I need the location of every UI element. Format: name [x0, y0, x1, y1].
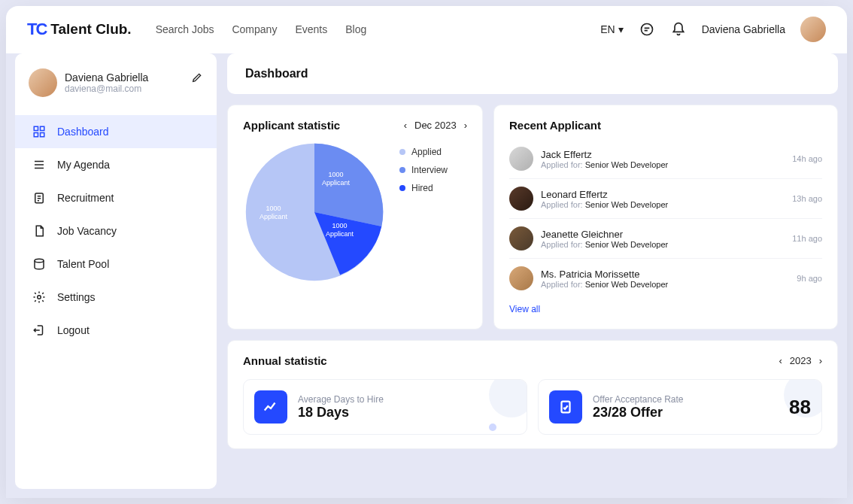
sidebar-item-recruitment[interactable]: Recruitment [15, 181, 217, 214]
sidebar-nav: Dashboard My Agenda Recruitment Job Vaca… [15, 115, 217, 347]
header-username: Daviena Gabriella [702, 23, 785, 35]
sidebar-item-settings[interactable]: Settings [15, 281, 217, 314]
year-navigator: ‹ 2023 › [779, 355, 822, 366]
sidebar-item-label: Dashboard [57, 126, 109, 138]
pie-hired-word: Applicant [326, 230, 354, 238]
chat-icon[interactable] [639, 21, 655, 38]
applicant-time: 9h ago [797, 274, 822, 283]
recent-item[interactable]: Ms. Patricia Morissette Applied for: Sen… [509, 259, 822, 298]
main-content: Dashboard Applicant statistic ‹ Dec 2023… [227, 53, 838, 489]
chevron-left-icon[interactable]: ‹ [404, 120, 407, 131]
applied-for-label: Applied for: [541, 200, 585, 209]
pie-interview-word: Applicant [322, 179, 350, 187]
svg-point-0 [641, 24, 652, 35]
pie-interview-count: 1000 [322, 171, 350, 179]
list-icon [32, 157, 47, 172]
language-selector[interactable]: EN ▾ [600, 23, 623, 35]
nav-search-jobs[interactable]: Search Jobs [156, 23, 214, 35]
bell-icon[interactable] [670, 21, 687, 38]
period-navigator: ‹ Dec 2023 › [404, 120, 467, 131]
database-icon [32, 257, 47, 272]
decoration-circle [489, 379, 527, 417]
year-label: 2023 [790, 355, 812, 366]
metric-offer-acceptance: Offer Acceptance Rate 23/28 Offer 88 [538, 379, 822, 435]
gear-icon [32, 290, 47, 305]
logout-icon [32, 323, 47, 338]
svg-rect-2 [41, 126, 44, 130]
sidebar-item-job-vacancy[interactable]: Job Vacancy [15, 214, 217, 247]
applicant-time: 13h ago [792, 194, 822, 203]
recent-item[interactable]: Jack Effertz Applied for: Senior Web Dev… [509, 139, 822, 179]
sidebar-item-talent-pool[interactable]: Talent Pool [15, 247, 217, 281]
nav-company[interactable]: Company [232, 23, 277, 35]
annual-statistic-card: Annual statistic ‹ 2023 › [227, 340, 838, 449]
pie-applied-count: 1000 [260, 205, 287, 213]
sidebar-item-label: Logout [57, 324, 90, 336]
legend-dot-interview [399, 167, 405, 173]
applied-for-label: Applied for: [541, 160, 585, 169]
sidebar-item-label: Recruitment [57, 192, 114, 204]
applicant-position: Senior Web Developer [585, 240, 668, 249]
metric-label: Offer Acceptance Rate [593, 394, 684, 405]
applied-for-label: Applied for: [541, 280, 585, 289]
sidebar-item-logout[interactable]: Logout [15, 314, 217, 347]
applicant-pie-chart: 1000 Applicant 1000 Applicant 1000 Appli… [243, 141, 386, 284]
chevron-left-icon[interactable]: ‹ [779, 355, 782, 366]
chevron-right-icon[interactable]: › [819, 355, 822, 366]
language-label: EN [600, 23, 615, 35]
recent-item[interactable]: Jeanette Gleichner Applied for: Senior W… [509, 219, 822, 259]
applicant-avatar [509, 187, 533, 211]
sidebar-item-dashboard[interactable]: Dashboard [15, 115, 217, 148]
profile-name: Daviena Gabriella [65, 71, 148, 83]
svg-rect-3 [34, 133, 38, 137]
metric-value: 23/28 Offer [593, 405, 684, 421]
chevron-down-icon: ▾ [618, 23, 624, 35]
header-avatar[interactable] [800, 17, 826, 42]
profile-email: daviena@mail.com [65, 83, 148, 94]
decoration-dot [489, 424, 496, 431]
sidebar-item-agenda[interactable]: My Agenda [15, 148, 217, 181]
topbar: TC Talent Club. Search Jobs Company Even… [6, 6, 847, 53]
applicant-name: Leonard Effertz [541, 189, 668, 200]
page-title: Dashboard [227, 53, 838, 94]
applicant-time: 14h ago [792, 154, 822, 163]
nav-events[interactable]: Events [295, 23, 327, 35]
applicant-position: Senior Web Developer [585, 280, 668, 289]
chevron-right-icon[interactable]: › [464, 120, 467, 131]
clipboard-check-icon [549, 390, 582, 424]
legend-hired: Hired [411, 183, 433, 193]
recent-item[interactable]: Leonard Effertz Applied for: Senior Web … [509, 179, 822, 219]
applicant-avatar [509, 147, 533, 171]
pie-applied-word: Applicant [260, 213, 287, 221]
pie-hired-count: 1000 [326, 222, 354, 230]
period-label: Dec 2023 [414, 120, 457, 131]
grid-icon [32, 124, 47, 139]
svg-point-6 [35, 259, 44, 263]
annual-title: Annual statistic [243, 354, 327, 367]
applicant-statistic-card: Applicant statistic ‹ Dec 2023 › [227, 105, 483, 329]
trend-icon [254, 390, 287, 424]
applicant-avatar [509, 226, 533, 250]
recent-title: Recent Applicant [509, 119, 822, 132]
svg-rect-1 [34, 126, 38, 130]
view-all-link[interactable]: View all [509, 304, 540, 314]
sidebar: Daviena Gabriella daviena@mail.com Dashb… [15, 53, 217, 489]
sidebar-item-label: Settings [57, 291, 96, 303]
legend-applied: Applied [411, 147, 442, 157]
svg-point-7 [38, 296, 41, 299]
profile-avatar [29, 68, 57, 97]
brand-logo[interactable]: TC Talent Club. [27, 20, 132, 39]
legend-dot-hired [399, 185, 405, 191]
sidebar-item-label: Job Vacancy [57, 225, 117, 237]
nav-blog[interactable]: Blog [345, 23, 366, 35]
legend-dot-applied [399, 149, 405, 155]
applicant-position: Senior Web Developer [585, 160, 668, 169]
sidebar-item-label: Talent Pool [57, 258, 109, 270]
applicant-name: Jeanette Gleichner [541, 229, 668, 240]
legend-interview: Interview [411, 165, 448, 175]
metric-label: Average Days to Hire [298, 394, 384, 405]
edit-profile-icon[interactable] [191, 71, 203, 83]
svg-rect-4 [41, 133, 44, 137]
brand-name: Talent Club. [50, 21, 131, 38]
recent-applicant-card: Recent Applicant Jack Effertz Applied fo… [493, 105, 838, 329]
